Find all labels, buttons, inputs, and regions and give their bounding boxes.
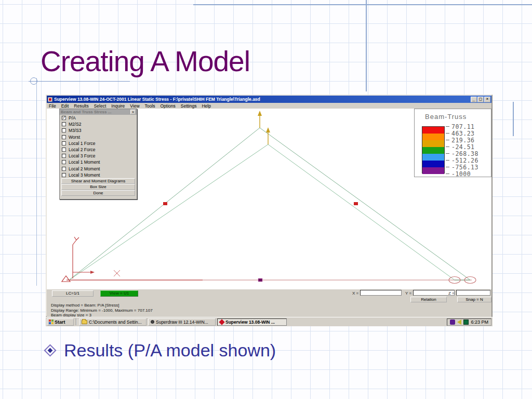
menu-inquire[interactable]: Inquire — [111, 103, 125, 109]
x-coordinate-input[interactable] — [360, 290, 402, 296]
legend-value: -756.13 — [446, 164, 478, 170]
checkbox-label: Local 3 Force — [69, 153, 96, 158]
checkbox-label: Worst — [69, 135, 80, 140]
decor-line-top — [193, 4, 532, 5]
superview-window: Superview 13.08-WIN 24-OCT-2001 Linear S… — [46, 95, 493, 317]
relation-button[interactable]: Relation — [410, 297, 447, 302]
menu-select[interactable]: Select — [94, 103, 107, 109]
legend-number: -1000 — [451, 170, 471, 178]
legend-tick — [446, 174, 449, 174]
legend-value: -1000 — [446, 170, 471, 177]
start-button[interactable]: Start — [47, 318, 74, 326]
checkbox[interactable] — [62, 122, 66, 126]
option-local3moment[interactable]: Local 3 Moment — [60, 172, 137, 178]
menu-file[interactable]: File — [49, 103, 56, 109]
menu-settings[interactable]: Settings — [181, 103, 197, 109]
legend-value: -512.26 — [446, 157, 478, 164]
close-button[interactable]: × — [484, 97, 490, 102]
legend-number: 219.36 — [451, 137, 475, 144]
task-label: Superview 13.08-WIN ... — [225, 320, 275, 325]
option-local2moment[interactable]: Local 2 Moment — [60, 166, 137, 172]
legend-band — [422, 127, 444, 134]
option-m2s2[interactable]: M2/S2 — [60, 121, 137, 127]
decor-line-vertical — [366, 0, 367, 91]
option-worst[interactable]: Worst — [60, 134, 137, 140]
tray-app-icon[interactable] — [463, 320, 469, 325]
menu-tools[interactable]: Tools — [145, 103, 155, 109]
legend-band — [422, 147, 444, 154]
option-local2force[interactable]: Local 2 Force — [60, 147, 137, 153]
drawing-area[interactable]: Beam and Truss Stress ... × ✓ P/A M2/S2 … — [47, 109, 491, 289]
checkbox-label: M3/S3 — [69, 128, 82, 133]
view-button[interactable]: View = U1 — [100, 290, 138, 297]
legend-number: -268.38 — [451, 150, 478, 157]
app-screenshot: Superview 13.08-WIN 24-OCT-2001 Linear S… — [46, 95, 493, 326]
checkbox[interactable] — [62, 160, 66, 164]
legend-tick — [446, 167, 449, 167]
legend-number: -756.13 — [451, 164, 478, 171]
task-label: Superdraw III 12.14-WIN... — [156, 320, 208, 325]
option-local1force[interactable]: Local 1 Force — [60, 140, 137, 147]
legend-tick — [446, 160, 449, 161]
menu-help[interactable]: Help — [202, 103, 210, 109]
status-display-method: Display method = Beam: P/A [Stress] — [51, 303, 491, 308]
diamond-bullet-icon — [44, 344, 56, 356]
legend-band — [422, 161, 444, 167]
checkbox[interactable] — [62, 135, 66, 139]
y-label: Y = — [405, 291, 411, 296]
option-local3force[interactable]: Local 3 Force — [60, 153, 137, 159]
tray-shield-icon[interactable] — [450, 320, 455, 325]
menu-options[interactable]: Options — [160, 103, 175, 109]
legend-band — [422, 167, 444, 174]
menu-edit[interactable]: Edit — [61, 103, 69, 109]
legend-band — [422, 134, 444, 140]
checkbox[interactable] — [62, 154, 66, 158]
menu-results[interactable]: Results — [74, 103, 88, 109]
task-superdraw[interactable]: Superdraw III 12.14-WIN... — [148, 318, 216, 326]
option-local1moment[interactable]: Local 1 Moment — [60, 159, 137, 165]
checkbox[interactable] — [62, 167, 66, 171]
superview-icon — [219, 319, 224, 325]
dialog-title: Beam and Truss Stress ... — [61, 110, 130, 114]
dialog-titlebar[interactable]: Beam and Truss Stress ... × — [60, 109, 137, 115]
decor-line-right — [513, 102, 514, 136]
snap-button[interactable]: Snap = N — [457, 297, 491, 302]
menu-bar: File Edit Results Select Inquire View To… — [47, 103, 491, 109]
checkbox-label: Local 2 Moment — [69, 166, 100, 171]
checkbox[interactable] — [62, 173, 66, 177]
dialog-close-icon[interactable]: × — [130, 110, 136, 114]
checkbox-label: Local 1 Moment — [69, 159, 100, 165]
beam-truss-stress-dialog: Beam and Truss Stress ... × ✓ P/A M2/S2 … — [59, 109, 137, 200]
load-case-button[interactable]: LC=1/1 — [52, 290, 94, 297]
checkbox-label: P/A — [69, 115, 76, 121]
box-size-button[interactable]: Box Size — [61, 184, 135, 190]
legend-tick — [446, 126, 449, 127]
legend-value: 219.36 — [446, 137, 475, 143]
maximize-button[interactable]: □ — [477, 97, 484, 102]
window-titlebar[interactable]: Superview 13.08-WIN 24-OCT-2001 Linear S… — [47, 96, 491, 103]
legend-title: Beam-Truss — [425, 113, 467, 121]
checkbox[interactable] — [62, 141, 66, 145]
legend-number: 463.23 — [451, 130, 475, 137]
z-coordinate-input[interactable] — [456, 290, 490, 296]
toolbar-row: LC=1/1 View = U1 X = Y = Z = Relation Sn… — [47, 289, 491, 302]
checkbox[interactable] — [62, 148, 66, 152]
checkbox[interactable]: ✓ — [62, 116, 66, 120]
bullet-item: Results (P/A model shown) — [46, 340, 276, 361]
shear-moment-diagrams-button[interactable]: Shear and Moment Diagrams — [61, 178, 135, 184]
windows-logo-icon — [49, 320, 54, 324]
task-explorer[interactable]: C:\Documents and Settin... — [79, 318, 147, 326]
option-pa[interactable]: ✓ P/A — [60, 115, 137, 121]
checkbox[interactable] — [62, 128, 66, 132]
stress-legend: Beam-Truss 707.11 463.23 219.36 -24.51 — [414, 109, 491, 177]
option-m3s3[interactable]: M3/S3 — [60, 127, 137, 134]
status-area: Display method = Beam: P/A [Stress] Disp… — [47, 302, 491, 318]
volume-icon[interactable] — [457, 320, 461, 325]
task-superview-active[interactable]: Superview 13.08-WIN ... — [217, 318, 287, 326]
menu-view[interactable]: View — [130, 103, 139, 109]
status-display-range: Display Range: Minimum = -1000, Maximum … — [51, 308, 491, 313]
superdraw-icon — [151, 320, 154, 324]
start-label: Start — [55, 320, 65, 325]
done-button[interactable]: Done — [61, 190, 135, 196]
minimize-button[interactable]: _ — [471, 97, 477, 102]
